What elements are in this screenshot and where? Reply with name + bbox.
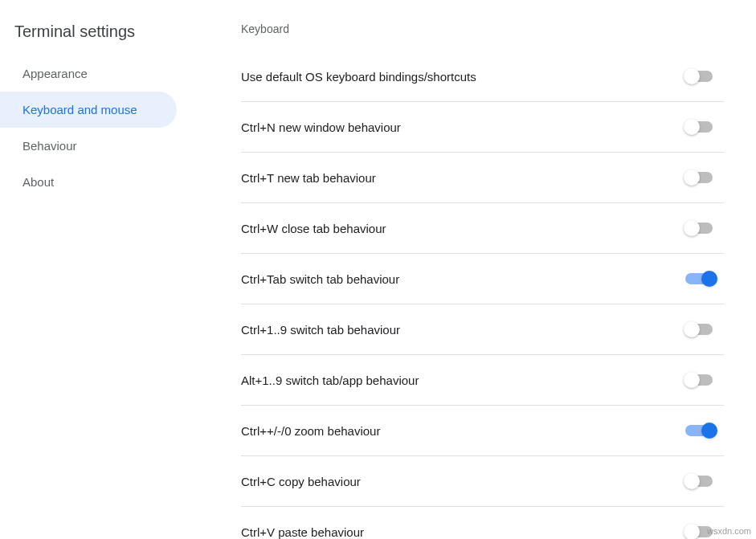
setting-row-ctrl-tab: Ctrl+Tab switch tab behaviour — [241, 254, 724, 304]
nav-item-label: Appearance — [22, 67, 88, 80]
toggle-thumb — [684, 119, 700, 135]
setting-label: Ctrl++/-/0 zoom behaviour — [241, 424, 380, 438]
setting-label: Ctrl+N new window behaviour — [241, 120, 401, 134]
toggle-thumb — [701, 423, 717, 439]
toggle-thumb — [701, 271, 717, 287]
main-content: Keyboard Use default OS keyboard binding… — [193, 0, 756, 539]
toggle-thumb — [684, 321, 700, 337]
toggle-ctrl-n[interactable] — [684, 117, 722, 137]
toggle-default-os-bindings[interactable] — [684, 67, 722, 86]
toggle-thumb — [684, 473, 700, 489]
section-header: Keyboard — [241, 22, 724, 35]
toggle-ctrl-1-9[interactable] — [684, 320, 722, 339]
setting-row-ctrl-1-9: Ctrl+1..9 switch tab behaviour — [241, 304, 724, 355]
setting-label: Ctrl+V paste behaviour — [241, 525, 364, 539]
settings-list: Use default OS keyboard bindings/shortcu… — [241, 51, 724, 539]
nav-list: Appearance Keyboard and mouse Behaviour … — [0, 55, 193, 200]
toggle-thumb — [684, 524, 700, 539]
toggle-ctrl-c[interactable] — [684, 472, 722, 491]
toggle-ctrl-zoom[interactable] — [684, 421, 722, 440]
nav-item-behaviour[interactable]: Behaviour — [0, 128, 177, 164]
toggle-thumb — [684, 220, 700, 236]
sidebar: Terminal settings Appearance Keyboard an… — [0, 0, 193, 539]
setting-row-ctrl-c: Ctrl+C copy behaviour — [241, 456, 724, 507]
setting-label: Ctrl+C copy behaviour — [241, 475, 361, 488]
nav-item-keyboard-and-mouse[interactable]: Keyboard and mouse — [0, 92, 177, 128]
setting-row-ctrl-zoom: Ctrl++/-/0 zoom behaviour — [241, 406, 724, 456]
nav-item-appearance[interactable]: Appearance — [0, 55, 177, 92]
setting-row-ctrl-w: Ctrl+W close tab behaviour — [241, 203, 724, 254]
nav-item-label: About — [22, 175, 54, 189]
setting-label: Ctrl+Tab switch tab behaviour — [241, 272, 399, 286]
nav-item-about[interactable]: About — [0, 164, 177, 200]
setting-label: Ctrl+T new tab behaviour — [241, 171, 376, 185]
toggle-thumb — [684, 68, 700, 84]
toggle-alt-1-9[interactable] — [684, 370, 722, 390]
setting-row-ctrl-n: Ctrl+N new window behaviour — [241, 102, 724, 153]
toggle-thumb — [684, 169, 700, 186]
setting-row-alt-1-9: Alt+1..9 switch tab/app behaviour — [241, 355, 724, 406]
setting-row-default-os-bindings: Use default OS keyboard bindings/shortcu… — [241, 51, 724, 102]
setting-label: Ctrl+1..9 switch tab behaviour — [241, 323, 400, 337]
watermark: wsxdn.com — [707, 526, 751, 536]
setting-label: Use default OS keyboard bindings/shortcu… — [241, 70, 476, 84]
setting-label: Ctrl+W close tab behaviour — [241, 222, 386, 235]
toggle-ctrl-tab[interactable] — [684, 269, 722, 288]
nav-item-label: Behaviour — [22, 139, 77, 153]
toggle-thumb — [684, 372, 700, 388]
toggle-ctrl-w[interactable] — [684, 218, 722, 238]
setting-row-ctrl-v: Ctrl+V paste behaviour — [241, 507, 724, 539]
setting-row-ctrl-t: Ctrl+T new tab behaviour — [241, 153, 724, 203]
nav-item-label: Keyboard and mouse — [22, 103, 137, 116]
page-title: Terminal settings — [0, 16, 193, 55]
toggle-ctrl-t[interactable] — [684, 168, 722, 187]
setting-label: Alt+1..9 switch tab/app behaviour — [241, 374, 419, 387]
